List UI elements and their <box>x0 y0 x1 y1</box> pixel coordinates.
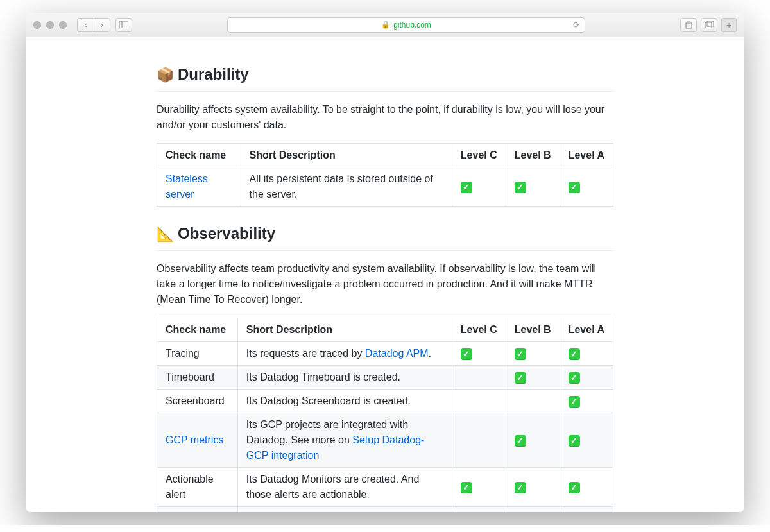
toolbar-right: + <box>680 18 737 32</box>
section-intro: Durability affects system availability. … <box>157 102 613 133</box>
check-desc-cell: Its Datadog Monitors are created. And th… <box>237 468 452 507</box>
check-name-cell: GCP metrics <box>157 413 238 468</box>
check-icon: ✓ <box>515 435 526 447</box>
level-cell: ✓ <box>560 507 613 513</box>
section-heading: 📦 Durability <box>157 63 613 92</box>
table-header: Level C <box>452 318 506 342</box>
section-emoji-icon: 📦 <box>157 64 174 85</box>
address-bar[interactable]: 🔒 github.com ⟳ <box>227 17 585 33</box>
table-row: GCP metricsIts GCP projects are integrat… <box>157 413 613 468</box>
level-cell: ✓ <box>560 468 613 507</box>
table-row: TracingIts requests are traced by Datado… <box>157 342 613 366</box>
page-content: 📦 DurabilityDurability affects system av… <box>26 37 744 512</box>
minimize-window-button[interactable] <box>46 21 54 29</box>
check-icon: ✓ <box>515 372 526 384</box>
table-header: Level B <box>506 144 560 167</box>
new-tab-button[interactable]: + <box>721 18 737 32</box>
section-intro: Observability affects team productivity … <box>157 261 613 307</box>
check-name-cell: Tracing <box>157 342 238 366</box>
check-name-cell: Screenboard <box>157 390 238 413</box>
back-button[interactable]: ‹ <box>77 18 94 32</box>
check-name-cell: Timeboard <box>157 366 238 390</box>
close-window-button[interactable] <box>33 21 41 29</box>
table-header: Check name <box>157 318 238 342</box>
check-name-link[interactable]: GCP metrics <box>166 434 223 445</box>
check-icon: ✓ <box>569 435 580 447</box>
check-icon: ✓ <box>569 396 580 408</box>
check-icon: ✓ <box>515 348 526 360</box>
svg-rect-0 <box>119 21 128 28</box>
level-cell: ✓ <box>560 167 613 207</box>
tabs-button[interactable] <box>701 18 717 32</box>
level-cell: ✓ <box>506 342 560 366</box>
url-domain: github.com <box>393 21 431 30</box>
check-icon: ✓ <box>515 482 526 493</box>
table-row: TimeboardIts Datadog Timeboard is create… <box>157 366 613 390</box>
level-cell: ✓ <box>560 342 613 366</box>
check-icon: ✓ <box>569 482 580 493</box>
level-cell: ✓ <box>452 167 506 207</box>
level-cell <box>452 507 506 513</box>
lock-icon: 🔒 <box>381 21 390 29</box>
section-title: Durability <box>178 63 249 86</box>
check-icon: ✓ <box>461 182 472 193</box>
check-icon: ✓ <box>461 482 472 493</box>
check-name-link[interactable]: Stateless server <box>166 173 208 200</box>
level-cell: ✓ <box>560 413 613 468</box>
check-desc-cell: Its requests are traced by Datadog APM. <box>237 342 452 366</box>
table-row: Actionable alertIts Datadog Monitors are… <box>157 468 613 507</box>
check-name-cell: Warning alert <box>157 507 238 513</box>
table-header: Short Description <box>237 318 452 342</box>
share-button[interactable] <box>680 18 697 32</box>
zoom-window-button[interactable] <box>59 21 67 29</box>
table-row: Warning alertIts warning alerts are sent… <box>157 507 613 513</box>
table-header: Check name <box>157 144 241 167</box>
table-row: ScreenboardIts Datadog Screenboard is cr… <box>157 390 613 413</box>
check-desc-cell: Its Datadog Timeboard is created. <box>237 366 452 390</box>
check-desc-cell: All its persistent data is stored outsid… <box>241 167 452 207</box>
inline-link[interactable]: Datadog APM <box>365 348 429 359</box>
level-cell <box>452 366 506 390</box>
check-icon: ✓ <box>569 348 580 360</box>
check-icon: ✓ <box>461 348 472 360</box>
section-heading: 📐 Observability <box>157 222 613 251</box>
titlebar: ‹ › 🔒 github.com ⟳ + <box>26 13 744 37</box>
reload-icon[interactable]: ⟳ <box>573 21 579 30</box>
level-cell: ✓ <box>452 468 506 507</box>
safari-window: ‹ › 🔒 github.com ⟳ + 📦 DurabilityDurabil… <box>26 13 744 512</box>
level-cell <box>452 390 506 413</box>
level-cell: ✓ <box>506 366 560 390</box>
sidebar-button[interactable] <box>116 18 132 32</box>
section-title: Observability <box>178 222 275 245</box>
table-row: Stateless serverAll its persistent data … <box>157 167 613 207</box>
forward-button[interactable]: › <box>94 18 110 32</box>
check-icon: ✓ <box>515 182 526 193</box>
level-cell: ✓ <box>506 413 560 468</box>
nav-back-forward: ‹ › <box>77 18 110 32</box>
level-cell: ✓ <box>506 167 560 207</box>
check-name-cell: Actionable alert <box>157 468 238 507</box>
table-header: Short Description <box>241 144 452 167</box>
table-header: Level A <box>560 318 613 342</box>
table-header: Level A <box>560 144 613 167</box>
level-cell: ✓ <box>560 390 613 413</box>
section-emoji-icon: 📐 <box>157 223 174 245</box>
checks-table: Check nameShort DescriptionLevel CLevel … <box>157 143 613 207</box>
check-desc-cell: Its Datadog Screenboard is created. <box>237 390 452 413</box>
check-name-cell: Stateless server <box>157 167 241 207</box>
svg-rect-4 <box>707 21 714 26</box>
check-desc-cell: Its warning alerts are sent to Slack or … <box>237 507 452 513</box>
table-header: Level B <box>506 318 560 342</box>
level-cell: ✓ <box>452 342 506 366</box>
level-cell <box>506 390 560 413</box>
window-controls <box>33 21 67 29</box>
level-cell: ✓ <box>506 507 560 513</box>
level-cell <box>452 413 506 468</box>
check-icon: ✓ <box>569 372 580 384</box>
check-desc-cell: Its GCP projects are integrated with Dat… <box>237 413 452 468</box>
check-icon: ✓ <box>569 182 580 193</box>
inline-link[interactable]: Setup Datadog-GCP integration <box>246 434 425 461</box>
svg-rect-3 <box>705 22 712 28</box>
table-header: Level C <box>452 144 506 167</box>
checks-table: Check nameShort DescriptionLevel CLevel … <box>157 318 613 512</box>
